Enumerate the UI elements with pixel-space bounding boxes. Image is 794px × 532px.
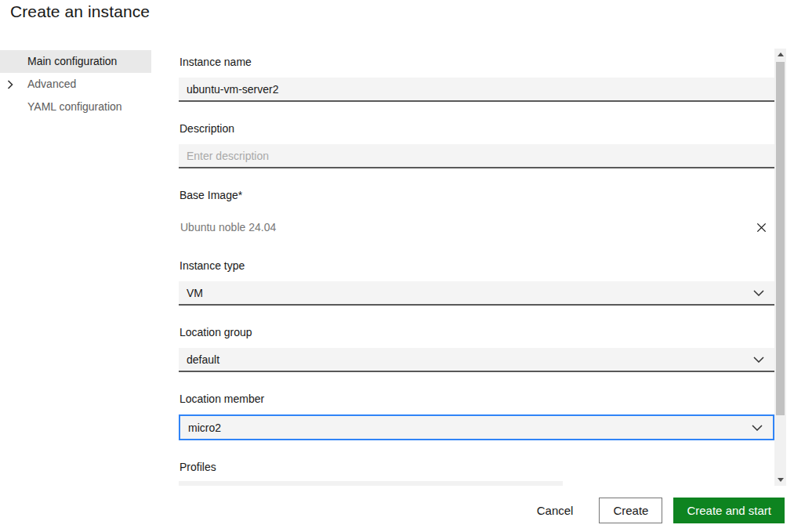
location-group-value: default bbox=[187, 353, 219, 366]
location-member-label: Location member bbox=[179, 393, 774, 407]
chevron-down-icon bbox=[752, 425, 763, 431]
sidebar-item-label: Main configuration bbox=[27, 55, 117, 67]
profiles-label: Profiles bbox=[179, 461, 774, 475]
scrollbar-down-button[interactable] bbox=[774, 474, 786, 486]
vertical-scrollbar[interactable] bbox=[774, 49, 786, 486]
location-group-select[interactable]: default bbox=[179, 348, 774, 372]
profiles-select-clipped[interactable] bbox=[179, 481, 563, 486]
base-image-value: Ubuntu noble 24.04 bbox=[179, 221, 276, 233]
cancel-button[interactable]: Cancel bbox=[537, 504, 574, 517]
sidebar: Main configuration Advanced YAML configu… bbox=[0, 50, 151, 118]
footer-actions: Cancel Create Create and start bbox=[0, 494, 794, 532]
base-image-row: Ubuntu noble 24.04 bbox=[179, 215, 774, 239]
location-member-value: micro2 bbox=[188, 422, 221, 434]
description-label: Description bbox=[179, 122, 774, 136]
sidebar-item-yaml-configuration[interactable]: YAML configuration bbox=[0, 96, 151, 118]
instance-type-label: Instance type bbox=[179, 259, 774, 273]
scrollbar-up-button[interactable] bbox=[774, 49, 786, 60]
location-member-select[interactable]: micro2 bbox=[179, 414, 774, 440]
triangle-up-icon bbox=[778, 52, 784, 56]
sidebar-item-label: YAML configuration bbox=[27, 100, 122, 113]
location-group-label: Location group bbox=[179, 326, 774, 340]
sidebar-item-label: Advanced bbox=[27, 78, 76, 90]
x-icon bbox=[756, 222, 767, 233]
description-input[interactable] bbox=[179, 144, 774, 168]
create-and-start-button[interactable]: Create and start bbox=[673, 498, 785, 523]
chevron-right-icon bbox=[7, 73, 13, 96]
instance-name-input[interactable] bbox=[179, 78, 774, 102]
base-image-label: Base Image* bbox=[179, 189, 774, 203]
instance-name-label: Instance name bbox=[179, 56, 774, 70]
instance-type-value: VM bbox=[187, 287, 203, 299]
sidebar-item-main-configuration[interactable]: Main configuration bbox=[0, 50, 151, 73]
chevron-down-icon bbox=[753, 356, 764, 363]
main-configuration-form: Instance name Description Base Image* Ub… bbox=[179, 49, 774, 486]
chevron-down-icon bbox=[753, 290, 764, 296]
base-image-clear-button[interactable] bbox=[752, 219, 770, 236]
triangle-down-icon bbox=[778, 478, 784, 482]
create-button[interactable]: Create bbox=[599, 498, 662, 523]
instance-type-select[interactable]: VM bbox=[179, 281, 774, 306]
sidebar-item-advanced[interactable]: Advanced bbox=[0, 73, 151, 96]
page-title: Create an instance bbox=[10, 2, 150, 21]
scrollbar-thumb[interactable] bbox=[776, 62, 785, 415]
